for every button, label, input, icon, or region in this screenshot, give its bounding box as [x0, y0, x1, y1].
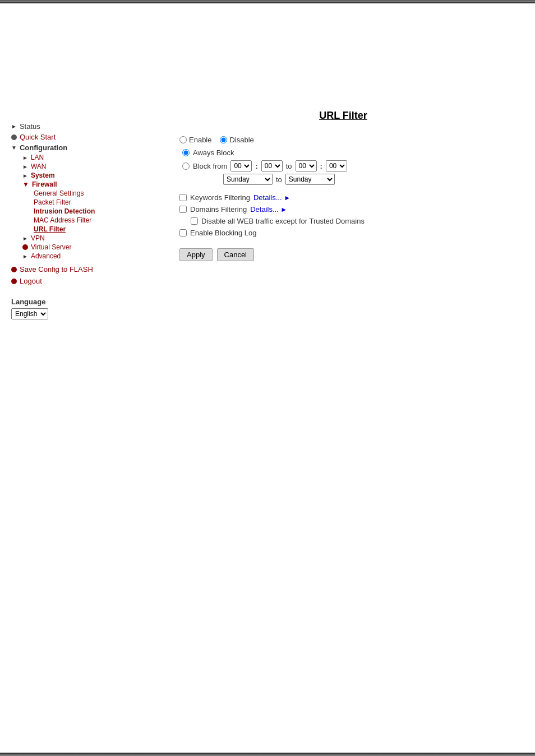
enable-disable-row: Enable Disable — [179, 136, 513, 144]
sidebar-item-vpn[interactable]: ► VPN — [22, 234, 151, 243]
block-from-row: Block from 00010203040506070809101112 : … — [182, 160, 513, 171]
keywords-details-arrow: ► — [284, 194, 290, 202]
colon-separator-1: : — [255, 162, 257, 170]
sidebar-item-configuration[interactable]: ▼ Configuration — [11, 142, 151, 153]
disable-traffic-label: Disable all WEB traffic except for Trust… — [201, 217, 365, 225]
sidebar-item-wan-label: WAN — [31, 163, 47, 170]
to-hour-select[interactable]: 00010203040506070809101112 — [296, 160, 317, 171]
sidebar-item-system[interactable]: ► System — [22, 171, 151, 180]
block-from-day-row: SundayMondayTuesdayWednesdayThursdayFrid… — [223, 174, 513, 185]
to-label-1: to — [286, 162, 292, 170]
main-content: URL Filter Enable Disable Aways Block — [163, 9, 535, 738]
language-select[interactable]: English — [11, 308, 48, 319]
sidebar-firewall-subitems: General Settings Packet Filter Intrusion… — [22, 189, 151, 234]
arrow-icon-system: ► — [22, 173, 28, 179]
enable-label: Enable — [189, 136, 211, 144]
sidebar-item-virtual-server[interactable]: Virtual Server — [22, 243, 151, 252]
domains-details-link[interactable]: Details... ► — [250, 205, 287, 214]
domains-filtering-row: Domains Filtering Details... ► — [179, 205, 513, 214]
sidebar-item-quickstart-label: Quick Start — [20, 133, 56, 141]
sidebar-item-advanced[interactable]: ► Advanced — [22, 252, 151, 261]
block-from-radio[interactable] — [182, 163, 190, 170]
sidebar-item-mac-address-filter[interactable]: MAC Address Filter — [34, 216, 151, 225]
disable-label: Disable — [229, 136, 253, 144]
disable-traffic-row: Disable all WEB traffic except for Trust… — [191, 217, 513, 225]
enable-log-label: Enable Blocking Log — [190, 229, 257, 237]
sidebar-item-firewall-label: Firewall — [32, 180, 57, 188]
sidebar-item-mac-address-filter-label: MAC Address Filter — [34, 216, 91, 224]
sidebar-item-firewall[interactable]: ▼ Firewall — [22, 180, 151, 189]
page-wrapper: ► Status Quick Start ▼ Configuration ► L… — [0, 3, 535, 743]
keywords-filtering-checkbox[interactable] — [179, 194, 187, 201]
disable-traffic-checkbox[interactable] — [191, 217, 198, 225]
sidebar-item-intrusion-detection[interactable]: Intrusion Detection — [34, 207, 151, 216]
sidebar-subitems: ► LAN ► WAN ► System ▼ Firewall General … — [11, 153, 151, 261]
buttons-row: Apply Cancel — [179, 248, 513, 261]
cancel-button[interactable]: Cancel — [217, 248, 254, 261]
domains-filtering-checkbox[interactable] — [179, 206, 187, 213]
sidebar-item-lan[interactable]: ► LAN — [22, 153, 151, 162]
to-label-2: to — [276, 175, 282, 184]
colon-separator-2: : — [320, 162, 322, 170]
arrow-icon-wan: ► — [22, 164, 28, 170]
sidebar-item-save-config-label: Save Config to FLASH — [20, 265, 93, 273]
disable-radio-label[interactable]: Disable — [220, 136, 253, 144]
always-block-row: Aways Block — [182, 149, 513, 157]
sidebar-item-lan-label: LAN — [31, 154, 44, 161]
sidebar-item-status[interactable]: ► Status — [11, 121, 151, 132]
always-block-label: Aways Block — [193, 149, 234, 157]
arrow-icon-vpn: ► — [22, 235, 28, 242]
always-block-radio[interactable] — [182, 149, 190, 156]
sidebar-item-intrusion-detection-label: Intrusion Detection — [34, 207, 95, 215]
enable-radio[interactable] — [179, 136, 187, 143]
sidebar-item-packet-filter-label: Packet Filter — [34, 198, 71, 206]
sidebar-item-url-filter-label: URL Filter — [34, 225, 66, 233]
keywords-filtering-row: Keywords Filtering Details... ► — [179, 193, 513, 202]
from-hour-select[interactable]: 00010203040506070809101112 — [230, 160, 252, 171]
enable-log-checkbox[interactable] — [179, 229, 187, 236]
from-day-select[interactable]: SundayMondayTuesdayWednesdayThursdayFrid… — [223, 174, 273, 185]
apply-button[interactable]: Apply — [179, 248, 213, 261]
enable-log-row: Enable Blocking Log — [179, 229, 513, 237]
sidebar-item-wan[interactable]: ► WAN — [22, 162, 151, 171]
keywords-filtering-label: Keywords Filtering — [190, 193, 250, 202]
sidebar-item-packet-filter[interactable]: Packet Filter — [34, 198, 151, 207]
enable-radio-label[interactable]: Enable — [179, 136, 211, 144]
sidebar-item-vpn-label: VPN — [31, 234, 45, 242]
bullet-icon-virtual — [22, 244, 28, 250]
sidebar-item-advanced-label: Advanced — [31, 252, 61, 260]
sidebar-item-general-settings[interactable]: General Settings — [34, 189, 151, 198]
from-minute-select[interactable]: 00153045 — [261, 160, 283, 171]
domains-details-label: Details... — [250, 205, 279, 214]
triangle-down-icon: ▼ — [11, 145, 17, 151]
block-from-label: Block from — [193, 162, 227, 170]
sidebar-item-logout[interactable]: Logout — [11, 276, 151, 286]
keywords-details-label: Details... — [253, 193, 282, 202]
domains-details-arrow: ► — [280, 206, 287, 214]
disable-radio[interactable] — [220, 136, 227, 143]
sidebar-item-system-label: System — [31, 171, 55, 179]
sidebar-item-virtual-server-label: Virtual Server — [31, 243, 71, 251]
triangle-down-icon-firewall: ▼ — [22, 180, 29, 188]
sidebar-item-general-settings-label: General Settings — [34, 189, 84, 197]
sidebar-item-configuration-label: Configuration — [20, 143, 67, 152]
bullet-icon-logout — [11, 279, 17, 284]
sidebar-item-quickstart[interactable]: Quick Start — [11, 132, 151, 142]
sidebar: ► Status Quick Start ▼ Configuration ► L… — [0, 9, 163, 738]
language-section: Language English — [11, 298, 151, 319]
bullet-icon — [11, 134, 17, 140]
domains-filtering-label: Domains Filtering — [190, 205, 247, 214]
page-title: URL Filter — [174, 110, 513, 122]
bottom-bar — [0, 753, 535, 756]
sidebar-item-status-label: Status — [20, 122, 40, 131]
sidebar-item-save-config[interactable]: Save Config to FLASH — [11, 264, 151, 275]
sidebar-item-logout-label: Logout — [20, 277, 42, 285]
sidebar-item-url-filter[interactable]: URL Filter — [34, 225, 151, 234]
form-section: Enable Disable Aways Block Block from 00… — [179, 136, 513, 261]
to-day-select[interactable]: SundayMondayTuesdayWednesdayThursdayFrid… — [285, 174, 335, 185]
keywords-details-link[interactable]: Details... ► — [253, 193, 290, 202]
bullet-icon-save — [11, 267, 17, 272]
to-minute-select[interactable]: 00153045 — [326, 160, 347, 171]
arrow-icon-lan: ► — [22, 155, 28, 161]
language-label: Language — [11, 298, 151, 306]
